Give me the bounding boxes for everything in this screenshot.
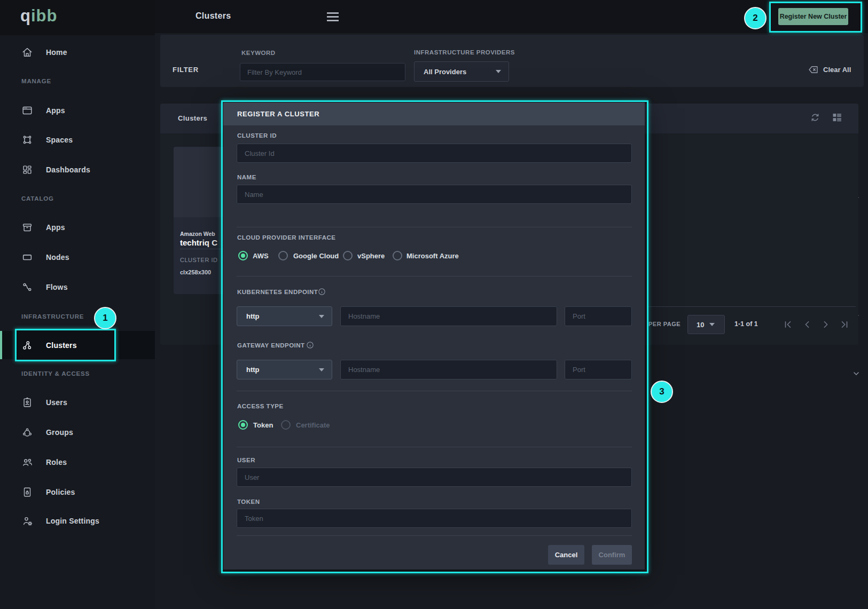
cluster-id-input[interactable]	[237, 144, 632, 163]
register-cluster-modal: REGISTER A CLUSTER CLUSTER ID NAME CLOUD…	[223, 102, 645, 570]
radio-certificate-label[interactable]: Certificate	[296, 421, 330, 429]
gateway-hostname-input[interactable]	[340, 360, 557, 379]
register-new-cluster-button[interactable]: Register New Cluster	[778, 8, 848, 25]
providers-select[interactable]: All Providers	[414, 61, 509, 82]
sidebar-item-roles[interactable]: Roles	[0, 450, 155, 474]
chevron-down-icon[interactable]	[852, 369, 861, 378]
access-type-label: ACCESS TYPE	[237, 403, 284, 409]
annotation-step-3: 3	[651, 381, 673, 403]
per-page-label: PER PAGE	[648, 321, 681, 327]
modal-title: REGISTER A CLUSTER	[237, 110, 319, 118]
radio-token[interactable]	[238, 420, 248, 430]
cluster-card-name: techtriq C	[180, 238, 217, 247]
qibb-logo: qibb	[20, 6, 57, 26]
sidebar-section-infrastructure: INFRASTRUCTURE	[21, 312, 84, 321]
user-input[interactable]	[237, 468, 632, 487]
radio-aws-label[interactable]: AWS	[253, 252, 269, 260]
app-window-icon	[21, 105, 33, 116]
cluster-id-value: clx258x300	[180, 269, 211, 275]
cloud-provider-label: CLOUD PROVIDER INTERFACE	[237, 234, 336, 241]
radio-vsphere-label[interactable]: vSphere	[357, 252, 385, 260]
node-icon	[21, 251, 33, 263]
sidebar-section-manage: MANAGE	[21, 76, 51, 86]
refresh-icon[interactable]	[810, 112, 820, 123]
info-icon[interactable]	[318, 288, 326, 296]
sidebar-item-groups[interactable]: Groups	[0, 421, 155, 444]
clusters-panel-title: Clusters	[178, 114, 207, 122]
sidebar-item-login-settings[interactable]: Login Settings	[0, 509, 155, 533]
sidebar-section-identity: IDENTITY & ACCESS	[21, 369, 90, 378]
clear-backspace-icon	[808, 64, 819, 75]
layout-view-icon[interactable]	[832, 112, 842, 123]
sidebar-item-nodes[interactable]: Nodes	[0, 246, 155, 269]
divider	[237, 276, 632, 276]
last-page-icon[interactable]	[840, 320, 849, 329]
policy-lock-icon	[21, 486, 33, 498]
first-page-icon[interactable]	[783, 320, 793, 329]
annotation-step-1: 1	[94, 307, 116, 329]
gateway-endpoint-label: GATEWAY ENDPOINT	[237, 342, 305, 349]
name-input[interactable]	[237, 185, 632, 204]
sidebar-item-home[interactable]: Home	[0, 41, 155, 64]
sidebar-item-users[interactable]: Users	[0, 391, 155, 414]
kubernetes-endpoint-label: KUBERNETES ENDPOINT	[237, 289, 318, 295]
radio-google-cloud[interactable]	[278, 251, 288, 260]
user-field-label: USER	[237, 457, 255, 463]
sidebar-section-catalog: CATALOG	[21, 194, 54, 203]
chevron-down-icon	[496, 70, 501, 73]
k8s-port-input[interactable]	[565, 306, 632, 326]
pagination-range: 1-1 of 1	[734, 320, 758, 328]
divider	[237, 535, 632, 536]
confirm-button[interactable]: Confirm	[592, 545, 632, 565]
next-page-icon[interactable]	[821, 320, 831, 329]
radio-google-cloud-label[interactable]: Google Cloud	[293, 252, 339, 260]
sidebar-item-flows[interactable]: Flows	[0, 275, 155, 299]
menu-icon[interactable]	[326, 12, 339, 21]
radio-token-label[interactable]: Token	[253, 421, 273, 429]
user-gear-icon	[21, 515, 33, 527]
radio-aws[interactable]	[238, 251, 248, 260]
keyword-input[interactable]	[240, 63, 405, 81]
app-window: Clusters Register New Cluster qibb Home …	[0, 0, 868, 609]
cluster-icon	[21, 339, 33, 351]
keyword-label: KEYWORD	[241, 50, 276, 56]
dashboards-icon	[21, 164, 33, 176]
clear-all-button[interactable]: Clear All	[808, 64, 851, 75]
radio-vsphere[interactable]	[343, 251, 353, 260]
chevron-down-icon	[709, 323, 715, 326]
divider	[648, 306, 856, 307]
page-title: Clusters	[196, 11, 231, 21]
k8s-protocol-select[interactable]: http	[237, 306, 332, 326]
home-icon	[21, 46, 33, 58]
sidebar-item-clusters[interactable]: Clusters	[0, 334, 155, 357]
info-icon[interactable]	[306, 341, 314, 349]
k8s-hostname-input[interactable]	[340, 306, 557, 326]
chevron-down-icon	[319, 368, 324, 371]
gateway-protocol-select[interactable]: http	[237, 360, 332, 379]
per-page-select[interactable]: 10	[687, 315, 725, 334]
radio-microsoft-azure[interactable]	[393, 251, 402, 260]
token-input[interactable]	[237, 509, 632, 528]
sidebar-item-dashboards[interactable]: Dashboards	[0, 158, 155, 181]
divider	[237, 391, 632, 391]
sidebar-item-spaces[interactable]: Spaces	[0, 128, 155, 152]
radio-certificate[interactable]	[281, 420, 291, 430]
divider	[237, 227, 632, 227]
box-icon	[21, 222, 33, 233]
divider	[237, 447, 632, 447]
annotation-step-2: 2	[744, 7, 767, 29]
previous-page-icon[interactable]	[802, 320, 812, 329]
sidebar-item-apps-manage[interactable]: Apps	[0, 99, 155, 122]
logo-bar: qibb	[0, 0, 155, 35]
sidebar-item-apps-catalog[interactable]: Apps	[0, 216, 155, 239]
radio-microsoft-azure-label[interactable]: Microsoft Azure	[406, 252, 459, 260]
sidebar-item-policies[interactable]: Policies	[0, 480, 155, 504]
user-badge-icon	[21, 397, 33, 408]
filter-label: FILTER	[173, 66, 199, 74]
cancel-button[interactable]: Cancel	[548, 545, 584, 565]
token-field-label: TOKEN	[237, 499, 260, 505]
spaces-icon	[21, 134, 33, 146]
cluster-id-label: CLUSTER ID	[180, 257, 217, 263]
gateway-port-input[interactable]	[565, 360, 632, 379]
chevron-down-icon	[319, 315, 324, 318]
